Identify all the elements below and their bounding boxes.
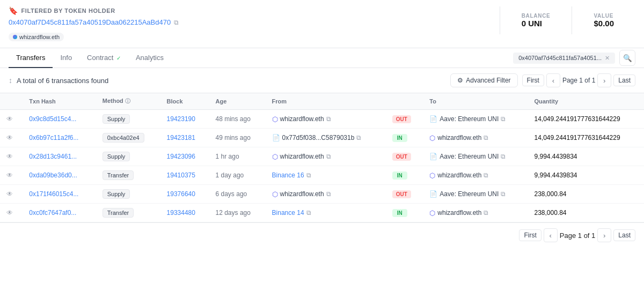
row-method-cell: Supply bbox=[96, 185, 160, 204]
last-page-button-bottom[interactable]: Last bbox=[613, 229, 635, 241]
tab-transfers[interactable]: Transfers bbox=[9, 48, 53, 68]
block-link[interactable]: 19423096 bbox=[167, 153, 195, 160]
from-content: Binance 16⧉ bbox=[272, 171, 379, 179]
eye-icon[interactable]: 👁 bbox=[6, 190, 13, 198]
tab-contract[interactable]: Contract ✓ bbox=[79, 48, 128, 68]
to-label: whizardflow.eth bbox=[437, 171, 481, 179]
table-row: 👁0x28d13c9461...Supply194230961 hr ago⬡w… bbox=[0, 147, 644, 166]
row-from-cell: ⬡whizardflow.eth⧉ bbox=[266, 147, 386, 166]
method-badge: 0xbc4a02e4 bbox=[103, 133, 144, 143]
to-copy-icon[interactable]: ⧉ bbox=[484, 171, 488, 179]
prev-page-button-top[interactable]: ‹ bbox=[546, 73, 560, 87]
next-page-button-top[interactable]: › bbox=[597, 73, 611, 87]
address-filter-pill: 0x4070af7d45c811fa57a4051... ✕ bbox=[513, 53, 615, 64]
tx-hash-link[interactable]: 0x9c8d5d15c4... bbox=[29, 115, 76, 123]
row-quantity-cell: 238,000.84 bbox=[528, 185, 644, 204]
advanced-filter-button[interactable]: ⚙ Advanced Filter bbox=[450, 73, 517, 87]
row-to-cell: ⬡whizardflow.eth⧉ bbox=[423, 166, 528, 185]
last-page-button-top[interactable]: Last bbox=[613, 74, 635, 86]
row-eye-cell: 👁 bbox=[0, 166, 23, 185]
eth-icon: ⬡ bbox=[272, 153, 278, 161]
from-copy-icon[interactable]: ⧉ bbox=[326, 190, 331, 198]
tx-hash-link[interactable]: 0x171f46015c4... bbox=[29, 190, 78, 198]
block-link[interactable]: 19410375 bbox=[167, 171, 195, 179]
row-age-cell: 49 mins ago bbox=[209, 129, 266, 147]
tab-analytics[interactable]: Analytics bbox=[128, 48, 171, 68]
to-copy-icon[interactable]: ⧉ bbox=[501, 190, 506, 198]
block-link[interactable]: 19423181 bbox=[167, 134, 195, 141]
tx-hash-link[interactable]: 0x28d13c9461... bbox=[29, 153, 77, 160]
to-content: ⬡whizardflow.eth⧉ bbox=[429, 209, 521, 217]
direction-badge-out: OUT bbox=[392, 115, 411, 123]
from-content: 📄0x77d5f038...C5879031b⧉ bbox=[272, 134, 379, 141]
to-copy-icon[interactable]: ⧉ bbox=[501, 153, 506, 160]
next-page-button-bottom[interactable]: › bbox=[597, 228, 611, 242]
method-badge: Transfer bbox=[103, 170, 134, 180]
direction-badge-out: OUT bbox=[392, 190, 411, 198]
first-page-button-top[interactable]: First bbox=[522, 74, 544, 86]
from-copy-icon[interactable]: ⧉ bbox=[326, 115, 331, 123]
row-to-cell: 📄Aave: Ethereum UNI⧉ bbox=[423, 147, 528, 166]
from-copy-icon[interactable]: ⧉ bbox=[306, 209, 311, 217]
to-copy-icon[interactable]: ⧉ bbox=[484, 134, 488, 141]
value-section: VALUE $0.00 bbox=[572, 6, 635, 34]
balance-label: BALANCE bbox=[522, 13, 551, 19]
direction-badge-in: IN bbox=[392, 134, 407, 142]
to-doc-icon: 📄 bbox=[429, 115, 437, 123]
tx-hash-link[interactable]: 0xc0fc7647af0... bbox=[29, 209, 76, 217]
value-label: VALUE bbox=[594, 13, 614, 19]
adv-filter-label: Advanced Filter bbox=[466, 77, 510, 84]
filter-label: 🔖 FILTERED BY TOKEN HOLDER bbox=[9, 6, 491, 15]
toolbar: ↕ A total of 6 transactions found ⚙ Adva… bbox=[0, 68, 644, 93]
age-text: 1 day ago bbox=[216, 171, 244, 179]
eye-icon[interactable]: 👁 bbox=[6, 171, 13, 179]
copy-address-icon[interactable]: ⧉ bbox=[174, 19, 179, 26]
tx-hash-link[interactable]: 0xda09be36d0... bbox=[29, 171, 77, 179]
from-label[interactable]: Binance 16 bbox=[272, 171, 304, 179]
block-link[interactable]: 19376640 bbox=[167, 190, 195, 198]
row-from-cell: Binance 16⧉ bbox=[266, 166, 386, 185]
method-badge: Transfer bbox=[103, 208, 134, 218]
method-badge: Supply bbox=[103, 189, 130, 199]
row-method-cell: 0xbc4a02e4 bbox=[96, 129, 160, 147]
whizard-dot bbox=[13, 35, 17, 39]
from-copy-icon[interactable]: ⧉ bbox=[326, 153, 331, 160]
eye-icon[interactable]: 👁 bbox=[6, 134, 13, 141]
filter-funnel-icon: ⚙ bbox=[457, 77, 463, 84]
eye-icon[interactable]: 👁 bbox=[6, 115, 13, 123]
pill-address: 0x4070af7d45c811fa57a4051... bbox=[518, 55, 602, 61]
col-from: From bbox=[266, 93, 386, 110]
pill-close-icon[interactable]: ✕ bbox=[605, 55, 610, 62]
row-from-cell: Binance 14⧉ bbox=[266, 204, 386, 222]
row-direction-cell: IN bbox=[386, 166, 423, 185]
tx-hash-link[interactable]: 0x6b97c11a2f6... bbox=[29, 134, 78, 141]
row-age-cell: 12 days ago bbox=[209, 204, 266, 222]
prev-page-button-bottom[interactable]: ‹ bbox=[544, 228, 558, 242]
row-from-cell: ⬡whizardflow.eth⧉ bbox=[266, 110, 386, 129]
to-copy-icon[interactable]: ⧉ bbox=[501, 115, 506, 123]
quantity-value: 14,049.244191777631644229 bbox=[534, 115, 620, 123]
row-to-cell: 📄Aave: Ethereum UNI⧉ bbox=[423, 185, 528, 204]
block-link[interactable]: 19334480 bbox=[167, 209, 195, 217]
from-label[interactable]: Binance 14 bbox=[272, 209, 304, 217]
search-button[interactable]: 🔍 bbox=[619, 50, 635, 66]
quantity-value: 9,994.4439834 bbox=[534, 153, 577, 160]
quantity-value: 238,000.84 bbox=[534, 190, 566, 198]
tabs-bar: Transfers Info Contract ✓ Analytics 0x40… bbox=[0, 48, 644, 68]
to-copy-icon[interactable]: ⧉ bbox=[484, 209, 488, 217]
from-copy-icon[interactable]: ⧉ bbox=[306, 171, 311, 179]
row-block-cell: 19376640 bbox=[160, 185, 209, 204]
age-text: 6 days ago bbox=[216, 190, 247, 198]
tab-info[interactable]: Info bbox=[53, 48, 79, 68]
row-block-cell: 19423096 bbox=[160, 147, 209, 166]
first-page-button-bottom[interactable]: First bbox=[519, 229, 541, 241]
eye-icon[interactable]: 👁 bbox=[6, 153, 13, 160]
row-block-cell: 19334480 bbox=[160, 204, 209, 222]
from-copy-icon[interactable]: ⧉ bbox=[356, 134, 361, 141]
col-age: Age bbox=[209, 93, 266, 110]
row-age-cell: 1 day ago bbox=[209, 166, 266, 185]
col-eye bbox=[0, 93, 23, 110]
page-info-top: Page 1 of 1 bbox=[562, 77, 595, 84]
block-link[interactable]: 19423190 bbox=[167, 115, 195, 123]
eye-icon[interactable]: 👁 bbox=[6, 209, 13, 217]
